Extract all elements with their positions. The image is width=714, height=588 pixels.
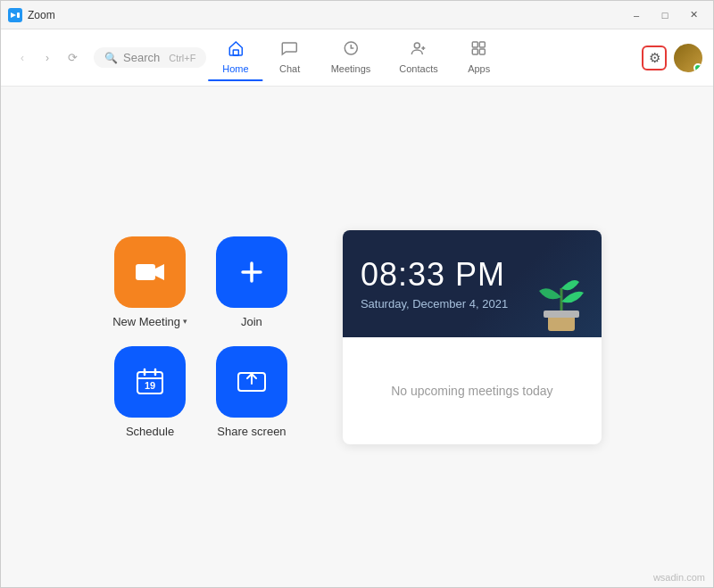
no-meetings-text: No upcoming meetings today xyxy=(391,384,552,398)
svg-rect-10 xyxy=(136,264,155,280)
titlebar: Zoom – □ ✕ xyxy=(1,1,713,29)
online-status-dot xyxy=(693,63,702,72)
svg-rect-23 xyxy=(544,311,579,318)
schedule-label: Schedule xyxy=(126,425,174,438)
share-screen-item: Share screen xyxy=(214,346,289,438)
minimize-button[interactable]: – xyxy=(624,6,649,24)
search-label: Search xyxy=(123,51,160,64)
refresh-button[interactable]: ⟳ xyxy=(62,47,83,69)
tab-apps[interactable]: Apps xyxy=(452,34,506,81)
nav-left: ‹ › ⟳ 🔍 Search Ctrl+F xyxy=(12,47,206,69)
maximize-button[interactable]: □ xyxy=(652,6,677,24)
svg-rect-9 xyxy=(480,49,486,54)
share-screen-button[interactable] xyxy=(216,346,287,418)
tab-home[interactable]: Home xyxy=(208,34,262,81)
new-meeting-item: New Meeting ▾ xyxy=(112,236,187,328)
calendar-header: 08:33 PM Saturday, December 4, 2021 xyxy=(343,230,602,337)
home-icon xyxy=(227,39,245,62)
app-window: Zoom – □ ✕ ‹ › ⟳ 🔍 Search Ctrl+F xyxy=(0,0,714,588)
svg-marker-11 xyxy=(155,264,164,280)
meetings-icon xyxy=(342,39,360,62)
zoom-logo-icon xyxy=(8,8,22,22)
new-meeting-button[interactable] xyxy=(114,236,186,308)
action-grid: New Meeting ▾ Join xyxy=(112,236,289,438)
svg-text:19: 19 xyxy=(145,380,155,391)
join-item: Join xyxy=(214,236,289,328)
calendar-panel: 08:33 PM Saturday, December 4, 2021 xyxy=(343,230,602,444)
window-controls: – □ ✕ xyxy=(624,6,706,24)
forward-button[interactable]: › xyxy=(37,47,58,69)
svg-point-5 xyxy=(414,43,419,48)
main-content: New Meeting ▾ Join xyxy=(1,87,713,587)
calendar-body: No upcoming meetings today xyxy=(343,337,602,444)
back-button[interactable]: ‹ xyxy=(12,47,33,69)
schedule-item: 19 Schedule xyxy=(112,346,187,438)
calendar-icon: 19 xyxy=(134,366,166,398)
clock-info: 08:33 PM Saturday, December 4, 2021 xyxy=(361,256,508,311)
watermark: wsadin.com xyxy=(653,572,705,583)
tab-home-label: Home xyxy=(222,63,248,74)
navbar: ‹ › ⟳ 🔍 Search Ctrl+F Home xyxy=(1,29,713,87)
new-meeting-label: New Meeting xyxy=(112,315,180,328)
apps-icon xyxy=(470,39,488,62)
tab-meetings[interactable]: Meetings xyxy=(317,34,386,81)
svg-rect-8 xyxy=(473,49,478,54)
share-screen-icon xyxy=(236,366,268,398)
join-button[interactable] xyxy=(216,236,287,308)
share-screen-label: Share screen xyxy=(217,425,286,438)
tab-meetings-label: Meetings xyxy=(331,63,371,74)
tab-contacts-label: Contacts xyxy=(399,63,437,74)
svg-rect-2 xyxy=(17,12,20,18)
plus-icon xyxy=(236,256,268,288)
clock-time: 08:33 PM xyxy=(361,256,508,294)
svg-rect-3 xyxy=(233,50,238,55)
search-box[interactable]: 🔍 Search Ctrl+F xyxy=(94,47,206,68)
search-icon: 🔍 xyxy=(104,52,118,64)
chat-icon xyxy=(281,39,299,62)
tab-apps-label: Apps xyxy=(468,63,490,74)
dropdown-caret-icon: ▾ xyxy=(183,317,187,326)
plant-decoration-icon xyxy=(521,239,602,337)
tab-chat-label: Chat xyxy=(279,63,300,74)
svg-rect-7 xyxy=(480,42,486,47)
tab-contacts[interactable]: Contacts xyxy=(385,34,452,81)
clock-date: Saturday, December 4, 2021 xyxy=(361,297,508,311)
nav-tabs: Home Chat Meetings xyxy=(208,34,505,81)
app-title: Zoom xyxy=(28,9,624,21)
settings-button[interactable]: ⚙ xyxy=(642,46,667,70)
join-label: Join xyxy=(241,315,262,328)
gear-icon: ⚙ xyxy=(649,50,660,66)
schedule-button[interactable]: 19 xyxy=(114,346,186,418)
close-button[interactable]: ✕ xyxy=(681,6,706,24)
tab-chat[interactable]: Chat xyxy=(263,34,317,81)
avatar[interactable] xyxy=(674,44,702,72)
new-meeting-label-row: New Meeting ▾ xyxy=(112,315,187,328)
nav-right: ⚙ xyxy=(642,44,702,72)
camera-icon xyxy=(134,256,166,288)
search-shortcut: Ctrl+F xyxy=(169,53,195,63)
svg-rect-6 xyxy=(473,42,478,47)
contacts-icon xyxy=(410,39,428,62)
